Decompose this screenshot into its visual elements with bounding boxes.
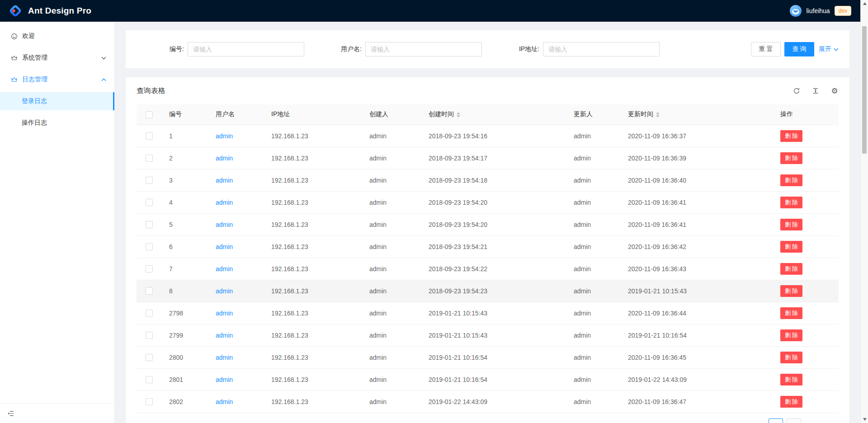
ip-input[interactable] bbox=[543, 42, 660, 56]
crown-icon bbox=[11, 76, 18, 83]
row-checkbox[interactable] bbox=[146, 155, 153, 162]
row-checkbox[interactable] bbox=[146, 177, 153, 184]
cell-creator: admin bbox=[362, 169, 421, 191]
username-input[interactable] bbox=[365, 42, 482, 56]
row-checkbox[interactable] bbox=[146, 132, 153, 140]
field-id: 编号: bbox=[137, 42, 314, 56]
cell-updater: admin bbox=[566, 302, 621, 324]
row-checkbox[interactable] bbox=[146, 243, 153, 250]
sidebar-item-welcome[interactable]: 欢迎 bbox=[0, 27, 114, 45]
brand[interactable]: Ant Design Pro bbox=[8, 4, 91, 18]
cell-created-time: 2018-09-23 19:54:20 bbox=[421, 191, 566, 213]
table-wrap: 编号 用户名 IP地址 创建人 创建时间 更新人 更新时间 bbox=[126, 104, 849, 423]
username-link[interactable]: admin bbox=[216, 132, 233, 140]
delete-button[interactable]: 删除 bbox=[780, 152, 802, 164]
cell-updated-time: 2020-11-09 16:36:43 bbox=[621, 258, 773, 280]
row-checkbox[interactable] bbox=[146, 310, 153, 317]
table-row: 2admin192.168.1.23admin2018-09-23 19:54:… bbox=[137, 147, 839, 169]
username-link[interactable]: admin bbox=[216, 199, 233, 206]
scrollbar-up-arrow[interactable] bbox=[861, 0, 868, 7]
scrollbar-thumb[interactable] bbox=[862, 26, 867, 154]
cell-creator: admin bbox=[362, 346, 421, 368]
cell-updater: admin bbox=[566, 324, 621, 346]
column-header-actions: 操作 bbox=[773, 104, 839, 125]
cell-created-time: 2018-09-23 19:54:21 bbox=[421, 235, 566, 258]
column-height-icon[interactable] bbox=[811, 87, 820, 95]
scrollbar-down-arrow[interactable] bbox=[861, 416, 868, 423]
menu-fold-icon[interactable] bbox=[7, 410, 14, 417]
field-label: 编号: bbox=[137, 45, 188, 53]
username-link[interactable]: admin bbox=[216, 265, 233, 273]
sidebar-item-operation-log[interactable]: 操作日志 bbox=[0, 114, 114, 132]
cell-updater: admin bbox=[566, 368, 621, 390]
select-all-checkbox[interactable] bbox=[146, 111, 153, 118]
cell-ip: 192.168.1.23 bbox=[264, 169, 362, 191]
sidebar-item-label: 日志管理 bbox=[22, 75, 101, 84]
cell-created-time: 2018-09-23 19:54:16 bbox=[421, 125, 566, 147]
delete-button[interactable]: 删除 bbox=[780, 285, 802, 297]
sidebar-item-label: 操作日志 bbox=[22, 119, 106, 127]
row-checkbox[interactable] bbox=[146, 199, 153, 206]
row-checkbox[interactable] bbox=[146, 332, 153, 339]
sort-icon[interactable] bbox=[457, 112, 460, 118]
username-link[interactable]: admin bbox=[216, 243, 233, 250]
delete-button[interactable]: 删除 bbox=[780, 241, 802, 253]
cell-updater: admin bbox=[566, 213, 621, 235]
cell-id: 4 bbox=[162, 191, 208, 213]
sidebar-item-log-management[interactable]: 日志管理 bbox=[0, 70, 114, 89]
column-header-created-time: 创建时间 bbox=[421, 104, 566, 125]
delete-button[interactable]: 删除 bbox=[780, 263, 802, 275]
table-row: 4admin192.168.1.23admin2018-09-23 19:54:… bbox=[137, 191, 839, 213]
username-link[interactable]: admin bbox=[216, 354, 233, 361]
delete-button[interactable]: 删除 bbox=[780, 197, 802, 208]
table-header-row: 编号 用户名 IP地址 创建人 创建时间 更新人 更新时间 bbox=[137, 104, 839, 125]
username-link[interactable]: admin bbox=[216, 287, 233, 295]
search-form: 编号: 用户名: IP地址: 重置 查询 bbox=[137, 42, 839, 56]
reload-icon[interactable] bbox=[793, 87, 801, 95]
delete-button[interactable]: 删除 bbox=[780, 219, 802, 230]
delete-button[interactable]: 删除 bbox=[780, 374, 802, 385]
delete-button[interactable]: 删除 bbox=[780, 174, 802, 186]
username-link[interactable]: admin bbox=[216, 155, 233, 162]
sidebar-item-system-management[interactable]: 系统管理 bbox=[0, 49, 114, 67]
username-link[interactable]: admin bbox=[216, 221, 233, 228]
username-link[interactable]: admin bbox=[216, 310, 233, 317]
username-link[interactable]: admin bbox=[216, 398, 233, 405]
username-link[interactable]: admin bbox=[216, 332, 233, 339]
expand-label: 展开 bbox=[819, 45, 831, 53]
delete-button[interactable]: 删除 bbox=[780, 307, 802, 319]
user-area[interactable]: liufeihua dev bbox=[790, 5, 851, 17]
query-button[interactable]: 查询 bbox=[784, 42, 814, 56]
top-navbar: Ant Design Pro liufeihua dev bbox=[0, 0, 860, 22]
row-checkbox[interactable] bbox=[146, 221, 153, 228]
expand-link[interactable]: 展开 bbox=[819, 45, 839, 53]
row-checkbox[interactable] bbox=[146, 354, 153, 361]
delete-button[interactable]: 删除 bbox=[780, 130, 802, 142]
reset-button[interactable]: 重置 bbox=[751, 42, 781, 56]
row-checkbox[interactable] bbox=[146, 287, 153, 295]
cell-created-time: 2019-01-21 10:16:54 bbox=[421, 368, 566, 390]
row-checkbox[interactable] bbox=[146, 398, 153, 405]
id-input[interactable] bbox=[188, 42, 304, 56]
env-tag: dev bbox=[835, 6, 851, 16]
page-scrollbar[interactable] bbox=[860, 0, 868, 423]
delete-button[interactable]: 删除 bbox=[780, 352, 802, 363]
username-link[interactable]: admin bbox=[216, 376, 233, 383]
delete-button[interactable]: 删除 bbox=[780, 329, 802, 341]
column-header-label: 更新时间 bbox=[628, 110, 653, 118]
pagination-page[interactable] bbox=[787, 418, 801, 423]
cell-updater: admin bbox=[566, 125, 621, 147]
row-checkbox[interactable] bbox=[146, 265, 153, 273]
delete-button[interactable]: 删除 bbox=[780, 396, 802, 408]
pagination-page-active[interactable] bbox=[769, 418, 783, 423]
sort-icon[interactable] bbox=[656, 112, 660, 118]
table-body: 1admin192.168.1.23admin2018-09-23 19:54:… bbox=[137, 125, 839, 413]
username-link[interactable]: admin bbox=[216, 177, 233, 184]
sidebar-item-login-log[interactable]: 登录日志 bbox=[0, 92, 114, 110]
row-checkbox[interactable] bbox=[146, 376, 153, 383]
user-avatar[interactable] bbox=[790, 5, 802, 17]
cell-ip: 192.168.1.23 bbox=[264, 280, 362, 302]
column-header-ip: IP地址 bbox=[264, 104, 362, 125]
settings-icon[interactable]: ⚙ bbox=[830, 87, 839, 95]
form-actions: 重置 查询 展开 bbox=[751, 42, 839, 56]
